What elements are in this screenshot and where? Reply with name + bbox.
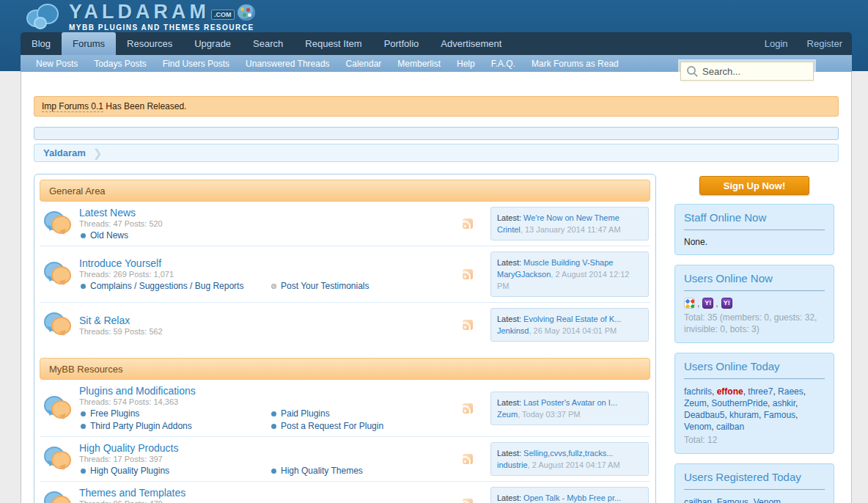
forum-link-latest-news[interactable]: Latest News — [79, 207, 136, 219]
latest-thread-link[interactable]: Selling,cvvs,fullz,tracks... — [523, 449, 613, 458]
user-link-deadbau5[interactable]: Deadbau5 — [684, 410, 724, 420]
user-link-raees[interactable]: Raees — [778, 386, 803, 397]
yahoo-bot-icon[interactable] — [721, 298, 732, 309]
nav-link-register[interactable]: Register — [798, 32, 852, 55]
subnav-item-new-posts[interactable]: New Posts — [28, 59, 86, 69]
latest-line-1: Latest: Last Poster's Avatar on I... — [497, 397, 642, 408]
subnav-item-help[interactable]: Help — [449, 59, 483, 69]
nav-tab-resources[interactable]: Resources — [116, 32, 183, 55]
subforum-link-paid-plugins[interactable]: Paid Plugins — [270, 408, 463, 419]
latest-user-link[interactable]: industrie — [497, 460, 528, 469]
google-bot-icon[interactable] — [684, 298, 695, 309]
brand-name: YALDARAM — [69, 2, 210, 22]
latest-line-1: Latest: Evolving Real Estate of K... — [497, 313, 642, 325]
subforum-link-post-your-testimonials[interactable]: Post Your Testimonials — [270, 281, 463, 291]
site-logo[interactable]: YALDARAM .COM MYBB PLUGINS AND THEMES RE… — [26, 2, 255, 32]
subnav-item-memberlist[interactable]: Memberlist — [389, 59, 449, 69]
sidebar-box-divider — [684, 378, 825, 379]
search-box[interactable] — [680, 62, 814, 81]
latest-line-1: Latest: Open Talk - Mybb Free pr... — [497, 492, 642, 503]
rss-icon[interactable] — [463, 219, 473, 229]
user-link-famous[interactable]: Famous — [764, 410, 795, 420]
rss-icon[interactable] — [463, 320, 473, 330]
nav-tab-forums[interactable]: Forums — [62, 32, 116, 55]
user-link-venom[interactable]: Venom — [684, 422, 711, 432]
subnav-item-calendar[interactable]: Calendar — [338, 59, 390, 69]
rss-icon[interactable] — [463, 403, 473, 414]
subforum-link-high-quality-themes[interactable]: High Quality Themes — [270, 466, 463, 476]
nav-tab-upgrade[interactable]: Upgrade — [183, 32, 242, 55]
forum-link-introduce-yourself[interactable]: Introduce Yourself — [79, 257, 161, 269]
latest-user-link[interactable]: Zeum — [497, 410, 518, 419]
sidebar-box-staff-online-now: Staff Online NowNone. — [674, 204, 834, 255]
rss-icon[interactable] — [463, 499, 473, 503]
nav-tab-request-item[interactable]: Request Item — [294, 32, 372, 55]
user-link-venom[interactable]: Venom — [754, 497, 781, 503]
subnav-item-todays-posts[interactable]: Todays Posts — [86, 59, 154, 69]
subforum-link-third-party-plugin-addons[interactable]: Third Party Plugin Addons — [79, 421, 270, 431]
category-header: General Area — [40, 180, 650, 202]
latest-user-link[interactable]: MaryGJackson — [497, 270, 551, 279]
forum-link-themes-and-templates[interactable]: Themes and Templates — [79, 487, 185, 499]
user-link-cailban[interactable]: cailban — [684, 497, 712, 503]
subforum-link-complains-suggestions-bug-reports[interactable]: Complains / Suggestions / Bug Reports — [79, 281, 270, 291]
user-link-effone[interactable]: effone — [717, 386, 743, 397]
latest-thread-link[interactable]: Last Poster's Avatar on I... — [523, 398, 617, 407]
rss-icon[interactable] — [463, 454, 473, 464]
new-posts-dot-icon — [271, 469, 276, 474]
announcement-link[interactable]: Imp Forums 0.1 — [42, 101, 103, 112]
breadcrumb-root-link[interactable]: Yaldaram — [43, 147, 86, 158]
latest-thread-link[interactable]: Muscle Building V-Shape — [523, 258, 613, 267]
subnav-item-find-users-posts[interactable]: Find Users Posts — [155, 59, 238, 69]
no-new-posts-dot-icon — [271, 284, 276, 289]
yahoo-bot-icon[interactable] — [702, 298, 713, 309]
user-link-ashkir[interactable]: ashkir — [773, 398, 795, 408]
forum-link-plugins-and-modifications[interactable]: Plugins and Modifications — [79, 385, 196, 397]
nav-link-login[interactable]: Login — [755, 32, 798, 55]
forum-stats: Threads: 47 Posts: 520 — [79, 219, 463, 228]
user-link-three7[interactable]: three7 — [748, 386, 773, 397]
subforum-link-free-plugins[interactable]: Free Plugins — [79, 408, 270, 419]
sidebar: Sign Up Now! Staff Online NowNone.Users … — [674, 174, 834, 503]
forum-stats: Threads: 59 Posts: 562 — [79, 327, 463, 336]
forum-link-high-quality-products[interactable]: High Quality Products — [79, 442, 178, 454]
latest-thread-link[interactable]: Open Talk - Mybb Free pr... — [523, 493, 621, 502]
subforum-link-post-a-request-for-plugin[interactable]: Post a Request For Plugin — [270, 421, 463, 431]
subnav-item-mark-forums-as-read[interactable]: Mark Forums as Read — [523, 59, 627, 69]
forum-link-sit-relax[interactable]: Sit & Relax — [79, 315, 130, 326]
nav-tab-advertisement[interactable]: Advertisement — [430, 32, 512, 55]
sidebar-box-users-online-today: Users Online Todayfachrils, effone, thre… — [674, 353, 834, 454]
latest-line-2: Jenkinsd, 26 May 2014 04:01 PM — [497, 325, 642, 337]
nav-tab-portfolio[interactable]: Portfolio — [373, 32, 430, 55]
subforum-list: High Quality PluginsHigh Quality Themes — [79, 466, 463, 476]
forum-info: Plugins and ModificationsThreads: 574 Po… — [79, 385, 463, 431]
page: { "brand": { "name": "YALDARAM", "tld": … — [0, 0, 868, 503]
nav-tab-search[interactable]: Search — [242, 32, 294, 55]
user-link-zeum[interactable]: Zeum — [684, 398, 707, 408]
user-link-khuram[interactable]: khuram — [729, 410, 759, 420]
latest-line-2: MaryGJackson, 2 August 2014 12:12 PM — [497, 268, 642, 292]
latest-user-link[interactable]: Crintel — [497, 225, 521, 234]
subnav-item-f-a-q[interactable]: F.A.Q. — [483, 59, 523, 69]
latest-thread-link[interactable]: We're Now on New Theme — [523, 213, 619, 222]
latest-label: Latest: — [497, 315, 523, 323]
subnav-item-unanswered-threads[interactable]: Unanswered Threads — [238, 59, 338, 69]
bubble-orange — [51, 451, 71, 469]
user-link-famous[interactable]: Famous — [717, 497, 749, 503]
user-link-cailban[interactable]: cailban — [716, 422, 744, 432]
latest-label: Latest: — [497, 258, 523, 267]
latest-thread-link[interactable]: Evolving Real Estate of K... — [523, 315, 621, 323]
latest-user-link[interactable]: Jenkinsd — [497, 326, 529, 335]
user-link-fachrils[interactable]: fachrils — [684, 386, 712, 397]
subforum-link-old-news[interactable]: Old News — [79, 230, 270, 241]
nav-tab-blog[interactable]: Blog — [21, 32, 62, 55]
rss-icon[interactable] — [463, 269, 473, 279]
user-link-southernpride[interactable]: SouthernPride — [711, 398, 768, 408]
subforum-link-high-quality-plugins[interactable]: High Quality Plugins — [79, 466, 270, 476]
sign-up-button[interactable]: Sign Up Now! — [699, 176, 809, 195]
category-mybb-resources: MyBB ResourcesPlugins and ModificationsT… — [40, 358, 650, 503]
sidebar-box-text: None. — [684, 237, 825, 247]
forum-bubbles-icon — [44, 261, 73, 287]
search-input[interactable] — [701, 65, 799, 78]
forum-info: High Quality ProductsThreads: 17 Posts: … — [79, 442, 463, 476]
